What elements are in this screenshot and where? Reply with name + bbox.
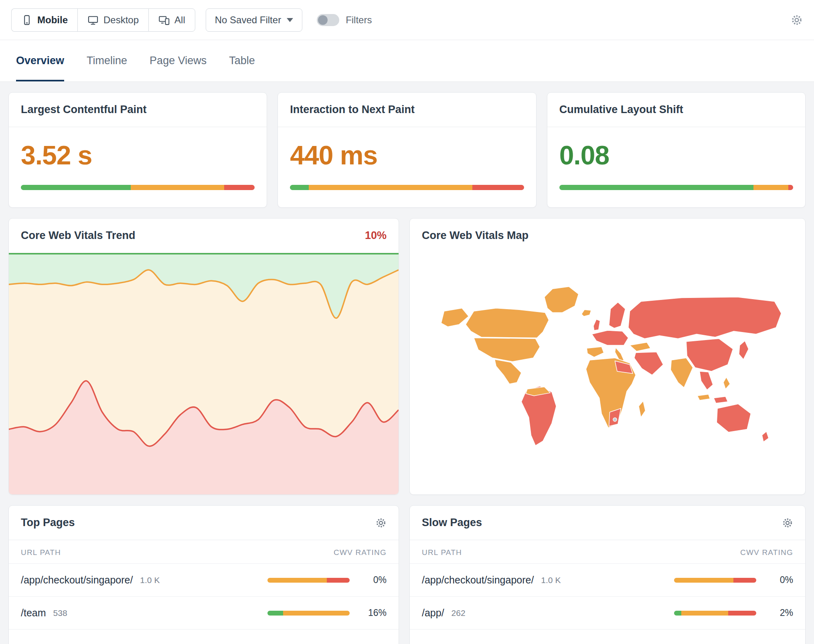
cwv-rating-bar bbox=[267, 578, 350, 583]
map-region-turkey[interactable] bbox=[630, 342, 651, 351]
cwv-map-title: Core Web Vitals Map bbox=[422, 229, 528, 242]
cwv-trend-header: Core Web Vitals Trend 10% bbox=[9, 219, 399, 253]
metric-value-cls: 0.08 bbox=[559, 140, 793, 170]
dashboard-content: Largest Contentful Paint 3.52 s Interact… bbox=[0, 82, 814, 644]
tab-page-views[interactable]: Page Views bbox=[150, 40, 207, 81]
map-region-canada[interactable] bbox=[466, 308, 549, 338]
device-desktop-label: Desktop bbox=[103, 14, 139, 26]
row-good-percent: 0% bbox=[765, 575, 793, 585]
map-region-lesotho[interactable] bbox=[613, 418, 617, 421]
map-region-russia[interactable] bbox=[628, 297, 782, 339]
row-good-percent: 2% bbox=[765, 608, 793, 618]
device-all-label: All bbox=[174, 14, 185, 26]
device-toggle-group: Mobile Desktop All bbox=[11, 8, 195, 32]
metric-card-inp: Interaction to Next Paint 440 ms bbox=[277, 92, 536, 208]
map-region-scandinavia[interactable] bbox=[609, 302, 626, 328]
map-region-mexico[interactable] bbox=[494, 359, 521, 384]
slow-pages-card: Slow Pages URL PATH CWV RATING /app/chec… bbox=[409, 505, 806, 644]
settings-gear-icon[interactable] bbox=[791, 14, 803, 26]
map-region-new-zealand[interactable] bbox=[762, 431, 769, 442]
map-region-se-asia[interactable] bbox=[700, 371, 713, 390]
world-map-container bbox=[410, 253, 805, 494]
inp-distribution-bar bbox=[290, 185, 524, 190]
cwv-rating-bar bbox=[267, 611, 350, 616]
row-good-percent: 0% bbox=[358, 575, 387, 585]
table-row[interactable]: /team 538 16% bbox=[9, 597, 399, 630]
page-tables-row: Top Pages URL PATH CWV RATING /app/check… bbox=[8, 505, 806, 644]
tab-table[interactable]: Table bbox=[229, 40, 255, 81]
column-url-path: URL PATH bbox=[422, 548, 462, 557]
metric-card-lcp-header: Largest Contentful Paint bbox=[9, 93, 267, 127]
device-desktop-button[interactable]: Desktop bbox=[77, 8, 148, 32]
metric-value-inp: 440 ms bbox=[290, 140, 524, 170]
map-region-alaska[interactable] bbox=[441, 308, 469, 326]
top-toolbar: Mobile Desktop All No Saved Filter Filte… bbox=[0, 0, 814, 40]
tab-page-views-label: Page Views bbox=[150, 55, 207, 67]
tab-overview-label: Overview bbox=[16, 55, 64, 67]
map-region-iceland[interactable] bbox=[581, 310, 591, 316]
map-region-japan[interactable] bbox=[739, 341, 749, 359]
device-mobile-button[interactable]: Mobile bbox=[11, 8, 77, 32]
metric-body-cls: 0.08 bbox=[547, 127, 805, 207]
map-region-india[interactable] bbox=[670, 358, 693, 388]
top-pages-column-headers: URL PATH CWV RATING bbox=[9, 540, 399, 564]
slow-pages-title: Slow Pages bbox=[422, 516, 482, 529]
tab-timeline-label: Timeline bbox=[87, 55, 127, 67]
column-url-path: URL PATH bbox=[21, 548, 61, 557]
row-view-count: 262 bbox=[452, 608, 466, 618]
main-tab-bar: Overview Timeline Page Views Table bbox=[0, 40, 814, 82]
trend-change-badge: 10% bbox=[365, 229, 387, 242]
cwv-trend-chart[interactable] bbox=[9, 253, 399, 494]
table-row[interactable]: /app/checkout/singapore/ 1.0 K 0% bbox=[9, 564, 399, 597]
mobile-icon bbox=[21, 14, 32, 26]
table-row[interactable]: /app/ 262 2% bbox=[410, 597, 805, 630]
map-region-indonesia-west[interactable] bbox=[697, 394, 710, 400]
metric-body-lcp: 3.52 s bbox=[9, 127, 267, 207]
filters-toggle[interactable] bbox=[317, 14, 339, 26]
tab-table-label: Table bbox=[229, 55, 255, 67]
cwv-rating-bar bbox=[674, 578, 756, 583]
row-url-path: /app/checkout/singapore/ bbox=[422, 574, 534, 586]
map-region-china[interactable] bbox=[686, 338, 733, 371]
device-all-button[interactable]: All bbox=[148, 8, 195, 32]
metric-card-lcp: Largest Contentful Paint 3.52 s bbox=[8, 92, 267, 208]
lcp-distribution-bar bbox=[21, 185, 255, 190]
map-region-australia[interactable] bbox=[717, 404, 751, 432]
tab-overview[interactable]: Overview bbox=[16, 40, 64, 81]
map-region-indonesia-east[interactable] bbox=[714, 397, 728, 403]
cwv-map-header: Core Web Vitals Map bbox=[410, 219, 805, 253]
map-region-spain[interactable] bbox=[587, 347, 604, 357]
map-region-middle-east[interactable] bbox=[634, 352, 663, 375]
charts-row: Core Web Vitals Trend 10% Core Web Vital… bbox=[8, 218, 806, 495]
metric-card-cls-header: Cumulative Layout Shift bbox=[547, 93, 805, 127]
map-region-philippines[interactable] bbox=[723, 377, 730, 389]
top-pages-card: Top Pages URL PATH CWV RATING /app/check… bbox=[8, 505, 399, 644]
cwv-rating-bar bbox=[674, 611, 756, 616]
toggle-knob bbox=[318, 15, 328, 25]
map-region-usa[interactable] bbox=[474, 338, 540, 362]
map-region-madagascar[interactable] bbox=[639, 401, 646, 417]
map-region-uk[interactable] bbox=[593, 319, 600, 330]
slow-pages-settings-icon[interactable] bbox=[782, 517, 793, 529]
slow-pages-column-headers: URL PATH CWV RATING bbox=[410, 540, 805, 564]
all-devices-icon bbox=[158, 14, 170, 26]
device-mobile-label: Mobile bbox=[37, 14, 68, 26]
tab-timeline[interactable]: Timeline bbox=[87, 40, 127, 81]
metric-cards-row: Largest Contentful Paint 3.52 s Interact… bbox=[8, 92, 806, 208]
desktop-icon bbox=[87, 14, 99, 26]
table-row[interactable]: /app/checkout/singapore/ 1.0 K 0% bbox=[410, 564, 805, 597]
map-region-europe[interactable] bbox=[592, 330, 628, 345]
map-region-greenland[interactable] bbox=[545, 287, 579, 313]
metric-card-inp-header: Interaction to Next Paint bbox=[278, 93, 536, 127]
top-pages-settings-icon[interactable] bbox=[375, 517, 387, 529]
cls-distribution-bar bbox=[559, 185, 793, 190]
row-url-path: /team bbox=[21, 607, 46, 619]
row-url-path: /app/ bbox=[422, 607, 444, 619]
saved-filter-label: No Saved Filter bbox=[215, 14, 281, 26]
saved-filter-dropdown[interactable]: No Saved Filter bbox=[206, 8, 302, 32]
metric-title-cls: Cumulative Layout Shift bbox=[559, 103, 683, 116]
top-pages-header: Top Pages bbox=[9, 506, 399, 540]
column-cwv-rating: CWV RATING bbox=[740, 548, 793, 557]
row-good-percent: 16% bbox=[358, 608, 387, 618]
column-cwv-rating: CWV RATING bbox=[334, 548, 387, 557]
